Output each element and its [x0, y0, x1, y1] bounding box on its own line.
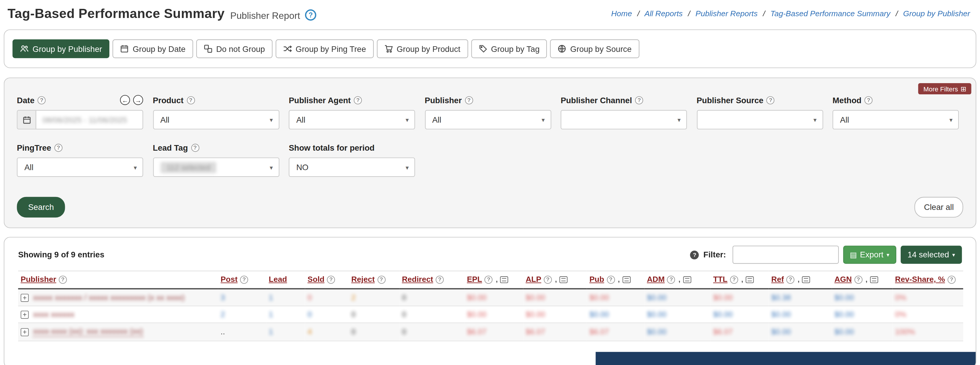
breadcrumb-publisher-reports[interactable]: Publisher Reports — [695, 10, 758, 18]
breadcrumb-home[interactable]: Home — [611, 10, 632, 18]
sort-reject[interactable]: Reject — [351, 275, 375, 284]
help-icon[interactable]: ? — [38, 96, 46, 104]
publisher-select[interactable]: All ▾ — [425, 110, 551, 129]
help-icon[interactable]: ? — [59, 276, 67, 284]
publisher-channel-select[interactable]: ▾ — [561, 110, 687, 129]
cell-value[interactable]: 2 — [221, 310, 225, 319]
expand-row-icon[interactable]: + — [21, 328, 29, 336]
sort-redirect[interactable]: Redirect — [402, 275, 433, 284]
show-totals-select[interactable]: NO ▾ — [289, 158, 415, 177]
lead-tag-select[interactable]: 112 selected ▾ — [153, 158, 279, 177]
sort-publisher[interactable]: Publisher — [21, 275, 56, 284]
help-icon[interactable]: ? — [465, 96, 473, 104]
help-icon[interactable]: ? — [854, 276, 863, 284]
group-by-tag-button[interactable]: Group by Tag — [471, 40, 547, 58]
clear-all-button[interactable]: Clear all — [915, 197, 963, 218]
help-icon[interactable]: ? — [767, 96, 775, 104]
sort-ref[interactable]: Ref — [771, 275, 784, 284]
cell-redirect: 0 — [399, 323, 465, 341]
breadcrumb-group-by-publisher[interactable]: Group by Publisher — [903, 10, 970, 18]
export-button[interactable]: ▤ Export ▾ — [843, 245, 896, 264]
currency-toggle-icon[interactable] — [802, 276, 810, 283]
date-range-input[interactable]: 08/06/2025 - 11/06/2025 — [17, 110, 143, 129]
sort-agn[interactable]: AGN — [834, 275, 852, 284]
method-select[interactable]: All ▾ — [833, 110, 959, 129]
help-icon[interactable]: ? — [54, 143, 62, 152]
help-icon[interactable]: ? — [730, 276, 738, 284]
group-by-source-button[interactable]: Group by Source — [550, 40, 639, 58]
help-icon[interactable]: ? — [436, 276, 444, 284]
help-icon[interactable]: ? — [667, 276, 675, 284]
currency-toggle-icon[interactable] — [683, 276, 691, 283]
cell-value[interactable]: 1 — [269, 310, 273, 319]
sort-adm[interactable]: ADM — [647, 275, 665, 284]
sort-pub[interactable]: Pub — [589, 275, 604, 284]
sort-epl[interactable]: EPL — [467, 275, 482, 284]
help-icon[interactable]: ? — [240, 276, 248, 284]
cell-value[interactable]: .. — [221, 328, 225, 336]
date-next-button[interactable]: → — [133, 95, 143, 105]
more-filters-button[interactable]: More Filters ⊞ — [918, 83, 971, 94]
pingtree-select[interactable]: All ▾ — [17, 158, 143, 177]
cell-value[interactable]: 2 — [351, 293, 356, 302]
cell-value[interactable]: 4 — [307, 328, 312, 336]
group-by-panel: Group by Publisher Group by Date Do not … — [4, 29, 977, 68]
group-button-label: Do not Group — [216, 44, 265, 53]
help-icon[interactable]: ? — [354, 96, 362, 104]
cell-value[interactable]: 3 — [221, 293, 225, 302]
currency-toggle-icon[interactable] — [746, 276, 754, 283]
date-range-value: 08/06/2025 - 11/06/2025 — [36, 115, 133, 124]
currency-toggle-icon[interactable] — [500, 276, 509, 283]
currency-toggle-icon[interactable] — [560, 276, 568, 283]
columns-selected-button[interactable]: 14 selected ▾ — [901, 245, 962, 264]
breadcrumb-all-reports[interactable]: All Reports — [644, 10, 683, 18]
group-by-product-button[interactable]: Group by Product — [377, 40, 468, 58]
page-help-icon[interactable]: ? — [305, 10, 317, 21]
publisher-link[interactable]: xxxxx xxxxxxx / xxxxx xxxxxxxxx (x xx xx… — [33, 293, 185, 302]
cell-value[interactable]: 0 — [307, 310, 312, 319]
show-totals-label: Show totals for period — [289, 143, 374, 152]
help-icon[interactable]: ? — [948, 276, 956, 284]
help-icon[interactable]: ? — [327, 276, 335, 284]
cell-value[interactable]: 0 — [307, 293, 312, 302]
date-prev-button[interactable]: ← — [120, 95, 130, 105]
help-icon[interactable]: ? — [191, 143, 199, 152]
filter-help-icon[interactable]: ? — [690, 250, 699, 259]
publisher-link[interactable]: xxxx-xxxx (xx): xxx xxxxxxx (xx) — [33, 327, 143, 337]
publisher-agent-select[interactable]: All ▾ — [289, 110, 415, 129]
expand-row-icon[interactable]: + — [21, 293, 29, 301]
help-icon[interactable]: ? — [635, 96, 643, 104]
sort-post[interactable]: Post — [221, 275, 237, 284]
publisher-link[interactable]: xxxx xxxxxx — [33, 310, 74, 319]
sort-rev-share[interactable]: Rev-Share, % — [895, 275, 945, 284]
help-icon[interactable]: ? — [485, 276, 493, 284]
calendar-picker-button[interactable] — [18, 110, 36, 129]
sort-sold[interactable]: Sold — [307, 275, 324, 284]
product-select[interactable]: All ▾ — [153, 110, 279, 129]
cell-value: 100% — [895, 328, 915, 336]
help-icon[interactable]: ? — [187, 96, 195, 104]
expand-row-icon[interactable]: + — [21, 311, 29, 319]
cell-value[interactable]: 1 — [269, 293, 273, 302]
cell-value: 0 — [402, 328, 406, 336]
group-by-date-button[interactable]: Group by Date — [113, 40, 193, 58]
help-icon[interactable]: ? — [377, 276, 385, 284]
sort-alp[interactable]: ALP — [526, 275, 541, 284]
currency-toggle-icon[interactable] — [870, 276, 878, 283]
publisher-source-select[interactable]: ▾ — [697, 110, 823, 129]
group-by-publisher-button[interactable]: Group by Publisher — [13, 40, 110, 58]
breadcrumb-current-report[interactable]: Tag-Based Performance Summary — [770, 10, 890, 18]
sort-ttl[interactable]: TTL — [713, 275, 728, 284]
search-button[interactable]: Search — [17, 197, 65, 218]
cell-value[interactable]: 1 — [269, 328, 273, 336]
cell-value: $0.00 — [647, 310, 666, 319]
sort-lead[interactable]: Lead — [269, 275, 287, 284]
do-not-group-button[interactable]: Do not Group — [196, 40, 272, 58]
table-filter-input[interactable] — [732, 245, 838, 264]
help-icon[interactable]: ? — [864, 96, 873, 104]
currency-toggle-icon[interactable] — [622, 276, 631, 283]
help-icon[interactable]: ? — [607, 276, 615, 284]
help-icon[interactable]: ? — [786, 276, 795, 284]
group-by-ping-tree-button[interactable]: Group by Ping Tree — [276, 40, 374, 58]
help-icon[interactable]: ? — [544, 276, 552, 284]
